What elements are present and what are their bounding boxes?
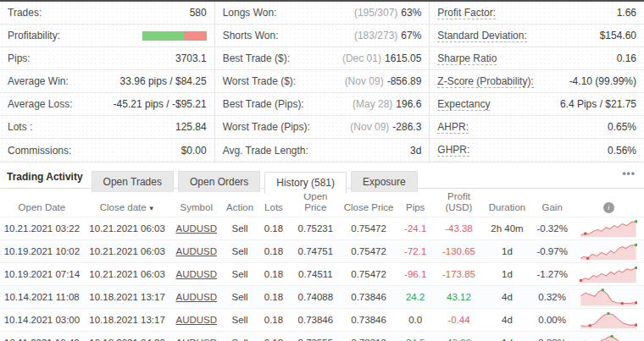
account-statistics-panel: Trades:580Profitability:Pips:3703.1Avera… xyxy=(0,0,644,162)
trade-history-row: 10.14.2021 11:0810.18.2021 13:17AUDUSDSe… xyxy=(0,286,644,309)
cell-profit: -43.38 xyxy=(435,217,483,240)
cell-action: Sell xyxy=(222,286,258,309)
tab-trading-activity[interactable]: Trading Activity xyxy=(5,171,92,188)
stat-label[interactable]: AHPR: xyxy=(437,121,469,134)
stat-value-detail: (Dec 01) xyxy=(342,52,381,64)
stat-label: Best Trade ($): xyxy=(223,52,290,64)
stat-value: -45.21 pips / -$95.21 xyxy=(114,98,207,110)
history-table: Open DateClose date▼SymbolActionLotsOpen… xyxy=(0,189,644,341)
stat-label: Shorts Won: xyxy=(223,30,279,41)
stat-value-detail: (195/307) xyxy=(354,7,397,19)
cell-pips: 24.2 xyxy=(396,286,435,309)
cell-chart xyxy=(573,217,644,240)
symbol-link[interactable]: AUDUSD xyxy=(176,292,218,302)
trade-history-row: 10.11.2021 16:4010.13.2021 04:20AUDUSDSe… xyxy=(0,332,644,341)
stat-row: Worst Trade ($):(Nov 09)-856.89 xyxy=(215,70,430,93)
cell-open-price: 0.73846 xyxy=(290,309,341,332)
stat-label: Trades: xyxy=(8,7,42,19)
tab-open-trades[interactable]: Open Trades xyxy=(92,171,174,192)
cell-lots: 0.18 xyxy=(258,286,290,309)
cell-open-price: 0.74088 xyxy=(290,286,341,309)
stat-row: Best Trade (Pips):(May 28)196.6 xyxy=(215,93,430,116)
stat-label[interactable]: Profit Factor: xyxy=(437,7,496,19)
column-header-chart[interactable]: i xyxy=(573,189,644,217)
stat-value: (May 28)196.6 xyxy=(353,98,421,110)
cell-gain: -0.32% xyxy=(531,217,573,240)
cell-symbol: AUDUSD xyxy=(170,263,222,286)
cell-open-date: 10.19.2021 07:14 xyxy=(0,263,84,286)
stat-row: Best Trade ($):(Dec 01)1615.05 xyxy=(215,47,430,70)
cell-action: Sell xyxy=(222,263,258,286)
cell-duration: 1d xyxy=(483,263,531,286)
cell-gain: 0.33% xyxy=(531,332,573,341)
stat-value: 0.56% xyxy=(608,145,636,157)
cell-close-price: 0.73846 xyxy=(341,286,397,309)
stat-label[interactable]: Z-Score (Probability): xyxy=(437,75,533,88)
column-header-action: Action xyxy=(222,189,258,217)
cell-pips: 0.0 xyxy=(396,309,435,332)
profitability-bar-lost xyxy=(184,31,207,41)
stat-label[interactable]: GHPR: xyxy=(437,144,469,157)
cell-profit: -173.85 xyxy=(435,263,483,286)
cell-action: Sell xyxy=(222,217,258,240)
cell-open-date: 10.19.2021 10:02 xyxy=(0,240,84,263)
stat-value: (195/307)63% xyxy=(354,7,421,19)
cell-duration: 2h 40m xyxy=(483,217,531,240)
trade-sparkline-chart xyxy=(580,333,637,341)
cell-close-date: 10.18.2021 13:17 xyxy=(84,309,171,332)
tab-exposure[interactable]: Exposure xyxy=(351,171,418,192)
stat-row: Profitability: xyxy=(0,25,214,47)
stat-label[interactable]: Standard Deviation: xyxy=(437,30,526,42)
cell-open-price: 0.75231 xyxy=(290,217,341,240)
stat-value-detail: (Nov 09) xyxy=(345,75,384,87)
stat-row: Worst Trade (Pips):(Nov 09)-286.3 xyxy=(215,116,430,139)
cell-profit: -0.44 xyxy=(435,309,483,332)
cell-symbol: AUDUSD xyxy=(170,332,222,341)
sparkline-low-dot xyxy=(586,257,590,261)
column-header-profit-usd: Profit(USD) xyxy=(435,189,483,217)
stat-label: Longs Won: xyxy=(223,7,277,19)
stat-row: Lots :125.84 xyxy=(0,116,214,139)
cell-gain: 0.32% xyxy=(531,286,573,309)
cell-chart xyxy=(573,263,644,286)
stat-row: Profit Factor:1.66 xyxy=(430,2,644,25)
stat-row: Commissions:$0.00 xyxy=(0,139,214,162)
stat-label: Worst Trade ($): xyxy=(223,75,296,87)
cell-symbol: AUDUSD xyxy=(170,309,222,332)
stat-value: 1.66 xyxy=(617,7,636,19)
cell-symbol: AUDUSD xyxy=(170,217,222,240)
column-header-gain: Gain xyxy=(531,189,573,217)
cell-close-date: 10.21.2021 06:03 xyxy=(84,217,171,240)
cell-chart xyxy=(573,286,644,309)
cell-gain: -0.97% xyxy=(531,240,573,263)
cell-symbol: AUDUSD xyxy=(170,240,222,263)
symbol-link[interactable]: AUDUSD xyxy=(176,338,218,341)
stat-row: AHPR:0.65% xyxy=(430,116,644,139)
info-icon[interactable]: i xyxy=(603,202,614,213)
stat-row: Pips:3703.1 xyxy=(0,47,214,70)
stat-label: Average Loss: xyxy=(8,98,73,110)
cell-close-price: 0.73310 xyxy=(341,332,397,341)
symbol-link[interactable]: AUDUSD xyxy=(176,269,218,279)
cell-pips: -96.1 xyxy=(396,263,435,286)
stat-row: Standard Deviation:$154.60 xyxy=(430,25,644,47)
stat-row: Expectancy6.4 Pips / $21.75 xyxy=(430,93,644,116)
column-header-close-date[interactable]: Close date▼ xyxy=(84,189,171,217)
cell-chart xyxy=(573,332,644,341)
cell-gain: -1.27% xyxy=(531,263,573,286)
symbol-link[interactable]: AUDUSD xyxy=(176,246,218,256)
stat-value: 580 xyxy=(190,7,207,19)
cell-duration: 1d xyxy=(483,240,531,263)
cell-close-date: 10.21.2021 06:03 xyxy=(84,263,171,286)
sparkline-low-dot xyxy=(584,233,587,236)
sparkline-low-dot xyxy=(621,302,625,305)
stat-label[interactable]: Sharpe Ratio xyxy=(437,52,497,65)
overflow-menu-icon[interactable]: ••• xyxy=(622,168,636,179)
tab-open-orders[interactable]: Open Orders xyxy=(178,171,260,192)
symbol-link[interactable]: AUDUSD xyxy=(176,315,218,325)
stat-label[interactable]: Expectancy xyxy=(437,98,490,111)
tab-history-581[interactable]: History (581) xyxy=(264,172,347,194)
stat-row: Z-Score (Probability):-4.10 (99.99%) xyxy=(430,70,644,93)
cell-open-price: 0.74751 xyxy=(290,240,341,263)
symbol-link[interactable]: AUDUSD xyxy=(176,223,218,234)
